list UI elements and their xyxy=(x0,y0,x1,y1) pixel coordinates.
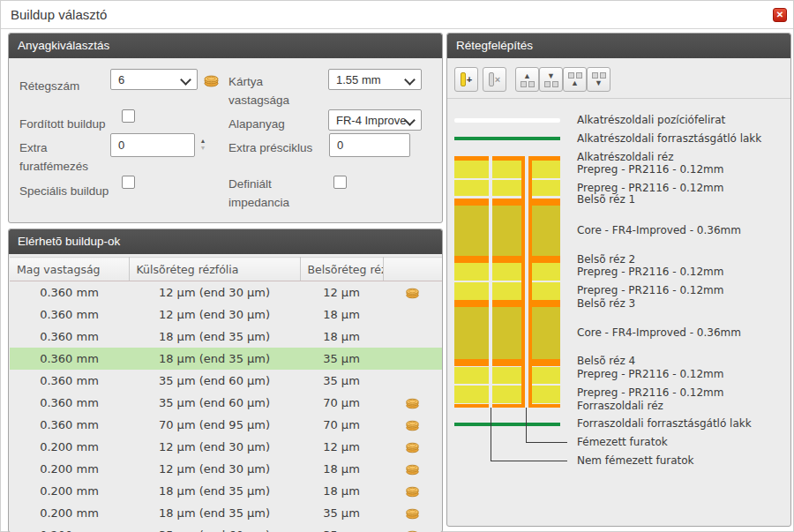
move-group-up-button[interactable]: ▲ xyxy=(563,67,587,92)
soldermask-top-bar xyxy=(454,137,560,140)
table-row[interactable]: 0.200 mm12 μm (end 30 μm)18 μm xyxy=(10,458,442,480)
coin-icon xyxy=(405,529,420,532)
move-group-down-icon: ▼ xyxy=(588,68,610,91)
layer-label: Forraszoldali forrasztásgátló lakk xyxy=(577,417,752,430)
cell-inner-foil: 12 μm xyxy=(300,281,383,304)
cell-outer-foil: 35 μm (end 60 μm) xyxy=(129,370,300,392)
prepreg-layer xyxy=(454,180,560,196)
column-header-price[interactable] xyxy=(383,258,442,281)
special-buildup-label: Speciális buildup xyxy=(19,182,109,200)
table-row[interactable]: 0.360 mm70 μm (end 95 μm)70 μm xyxy=(10,414,442,436)
layer-label: Belsõ réz 2 xyxy=(577,253,635,266)
layer-label: Prepreg - PR2116 - 0.12mm xyxy=(577,266,724,278)
cell-price xyxy=(383,414,442,436)
remove-layer-icon: × xyxy=(483,68,506,91)
table-row[interactable]: 0.200 mm18 μm (end 35 μm)18 μm xyxy=(10,480,442,502)
layer-label: Nem fémezett furatok xyxy=(577,454,694,467)
cell-core-thickness: 0.360 mm xyxy=(10,370,129,392)
layer-stack xyxy=(454,156,560,408)
materials-panel-title: Anyagkiválasztás xyxy=(9,34,442,58)
cell-inner-foil: 35 μm xyxy=(300,524,383,532)
table-row[interactable]: 0.360 mm18 μm (end 35 μm)18 μm xyxy=(10,326,442,348)
copper-layer xyxy=(454,359,560,366)
cell-inner-foil: 18 μm xyxy=(300,303,383,326)
stepper-down-icon: ▼ xyxy=(200,145,206,152)
chevron-down-icon xyxy=(404,74,416,86)
cell-outer-foil: 18 μm (end 35 μm) xyxy=(129,348,300,370)
layer-label: Belsõ réz 3 xyxy=(577,297,635,310)
extra-press-input[interactable] xyxy=(329,133,410,157)
prepreg-layer xyxy=(454,263,560,281)
table-header-row: Mag vastagság Külsõréteg rézfólia Belsõr… xyxy=(10,258,442,281)
table-row[interactable]: 0.360 mm35 μm (end 60 μm)70 μm xyxy=(10,392,442,414)
cell-price xyxy=(383,458,442,480)
board-thickness-select[interactable]: 1.55 mm xyxy=(328,69,422,90)
cell-core-thickness: 0.360 mm xyxy=(10,414,129,436)
base-material-select[interactable]: FR-4 Improve xyxy=(328,109,422,131)
buildup-dialog: Buildup választó ✕ Anyagkiválasztás Réte… xyxy=(0,0,794,532)
stepper-up-icon: ▲ xyxy=(200,138,206,145)
layers-toolbar: + × ▲ ▼ ▲ ▼ xyxy=(447,58,790,99)
cell-core-thickness: 0.200 mm xyxy=(10,458,129,480)
cell-inner-foil: 18 μm xyxy=(300,326,383,348)
layer-count-label: Rétegszám xyxy=(19,77,79,95)
layer-label: Prepreg - PR2116 - 0.12mm xyxy=(577,163,724,176)
cell-price xyxy=(383,524,442,532)
move-layer-down-icon: ▼ xyxy=(540,68,562,91)
layer-count-select[interactable]: 6 xyxy=(110,69,198,90)
cell-price xyxy=(383,348,442,370)
cell-outer-foil: 12 μm (end 30 μm) xyxy=(129,303,300,326)
cell-outer-foil: 18 μm (end 35 μm) xyxy=(129,502,300,524)
copper-layer xyxy=(454,199,560,206)
cell-outer-foil: 35 μm (end 60 μm) xyxy=(129,392,300,414)
extra-plating-stepper[interactable]: ▲ ▼ xyxy=(197,133,209,156)
non-plated-hole-callout-line xyxy=(491,461,567,461)
move-layer-up-button[interactable]: ▲ xyxy=(515,67,539,92)
move-layer-down-button[interactable]: ▼ xyxy=(539,67,563,92)
cell-core-thickness: 0.360 mm xyxy=(10,392,129,414)
table-row[interactable]: 0.360 mm35 μm (end 60 μm)35 μm xyxy=(10,370,442,392)
inverted-buildup-checkbox[interactable] xyxy=(122,109,135,123)
special-buildup-checkbox[interactable] xyxy=(122,176,135,189)
extra-plating-input[interactable] xyxy=(110,133,195,157)
cell-inner-foil: 18 μm xyxy=(300,480,383,502)
cell-price xyxy=(383,370,442,392)
remove-layer-button[interactable]: × xyxy=(483,67,506,92)
core-layer xyxy=(454,206,560,256)
add-layer-button[interactable]: + xyxy=(454,67,478,92)
table-row[interactable]: 0.200 mm12 μm (end 30 μm)12 μm xyxy=(10,436,442,458)
cell-price xyxy=(383,392,442,414)
column-header-core-thickness[interactable]: Mag vastagság xyxy=(10,258,129,281)
layer-label: Alkatrészoldali forrasztásgátló lakk xyxy=(577,132,761,145)
buildups-panel-title: Elérhetõ buildup-ok xyxy=(9,229,442,254)
cell-core-thickness: 0.360 mm xyxy=(10,326,129,348)
layer-label: Prepreg - PR2116 - 0.12mm xyxy=(577,368,724,380)
coin-icon xyxy=(405,463,420,476)
layer-label: Core - FR4-Improved - 0.36mm xyxy=(577,224,741,236)
cell-price xyxy=(383,303,442,326)
board-thickness-label: Kártya vastagsága xyxy=(228,72,317,109)
table-row[interactable]: 0.360 mm12 μm (end 30 μm)18 μm xyxy=(10,303,442,326)
move-group-down-button[interactable]: ▼ xyxy=(587,67,610,92)
window-title: Buildup választó xyxy=(11,7,107,22)
table-row[interactable]: 0.200 mm18 μm (end 35 μm)35 μm xyxy=(10,502,442,524)
cell-outer-foil: 35 μm (end 60 μm) xyxy=(129,524,300,532)
defined-impedance-checkbox[interactable] xyxy=(333,176,347,189)
layers-panel-title: Rétegfelépítés xyxy=(447,34,790,58)
column-header-outer-foil[interactable]: Külsõréteg rézfólia xyxy=(129,258,300,281)
column-header-inner-foil[interactable]: Belsõréteg rézfólia xyxy=(300,258,383,281)
table-row[interactable]: 0.360 mm18 μm (end 35 μm)35 μm xyxy=(10,348,442,370)
cell-inner-foil: 12 μm xyxy=(300,436,383,458)
table-row[interactable]: 0.360 mm12 μm (end 30 μm)12 μm xyxy=(10,281,442,304)
layer-label: Fémezett furatok xyxy=(577,436,668,448)
cell-outer-foil: 18 μm (end 35 μm) xyxy=(129,480,300,502)
coin-icon xyxy=(203,72,220,88)
buildups-panel: Elérhetõ buildup-ok Mag vastagság Külsõr… xyxy=(8,229,443,532)
coin-icon xyxy=(405,441,420,454)
plated-hole-callout-line xyxy=(526,442,567,443)
chevron-down-icon xyxy=(180,74,191,86)
move-layer-up-icon: ▲ xyxy=(516,68,538,91)
close-icon: ✕ xyxy=(776,10,783,19)
table-row[interactable]: 0.200 mm35 μm (end 60 μm)35 μm xyxy=(10,524,442,532)
close-button[interactable]: ✕ xyxy=(773,8,787,22)
